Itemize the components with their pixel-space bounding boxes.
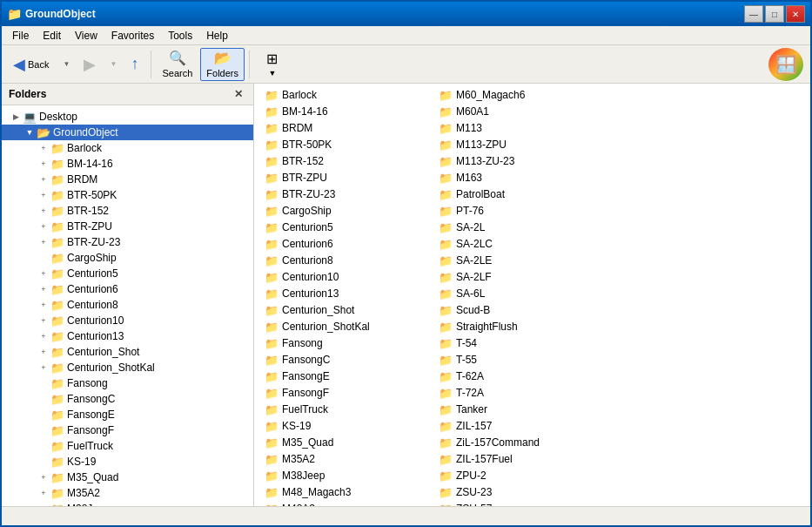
list-item[interactable]: 📁Fansong: [261, 335, 435, 351]
list-item[interactable]: 📁Centurion10: [261, 269, 435, 285]
list-item[interactable]: 📁Tanker: [435, 402, 609, 417]
list-item[interactable]: 📁KS-19: [261, 418, 435, 434]
list-item[interactable]: 📁M113: [435, 120, 609, 136]
list-item[interactable]: 📁BTR-ZPU: [261, 170, 435, 186]
folders-button[interactable]: 📂 Folders: [200, 48, 245, 81]
tree-item-centurion6[interactable]: + 📁 Centurion6: [2, 281, 253, 297]
list-item[interactable]: 📁ZiL-157Command: [435, 435, 609, 450]
tree-item-centurion-shotkal[interactable]: + 📁 Centurion_ShotKal: [2, 360, 253, 375]
tree-item-btrzpu[interactable]: + 📁 BTR-ZPU: [2, 219, 253, 234]
tree-item-m35quad[interactable]: + 📁 M35_Quad: [2, 470, 253, 485]
tree-item-btr50pk[interactable]: + 📁 BTR-50PK: [2, 187, 253, 203]
list-item[interactable]: 📁FansongC: [261, 352, 435, 368]
folders-close-button[interactable]: ✕: [231, 87, 246, 101]
list-item[interactable]: 📁M113-ZU-23: [435, 153, 609, 169]
menu-favorites[interactable]: Favorites: [104, 28, 161, 44]
list-item[interactable]: 📁BTR-50PK: [261, 137, 435, 152]
maximize-button[interactable]: □: [765, 5, 784, 23]
tree-item-barlock[interactable]: + 📁 Barlock: [2, 140, 253, 156]
back-button[interactable]: ◀ Back: [5, 48, 57, 81]
list-item[interactable]: 📁CargoShip: [261, 203, 435, 219]
folder-icon: 📁: [439, 403, 453, 416]
list-item[interactable]: 📁BTR-152: [261, 153, 435, 169]
menu-view[interactable]: View: [68, 28, 104, 44]
list-item[interactable]: 📁ZPU-2: [435, 468, 609, 483]
list-item[interactable]: 📁FansongF: [261, 385, 435, 401]
list-item[interactable]: 📁M163: [435, 170, 609, 186]
expand-icon: +: [37, 298, 50, 312]
folder-icon: 📁: [439, 155, 453, 167]
menu-tools[interactable]: Tools: [161, 28, 199, 44]
expand-icon: +: [37, 220, 50, 233]
tree-item-groundobject[interactable]: ▼ 📂 GroundObject: [2, 125, 253, 140]
list-item[interactable]: 📁Centurion6: [261, 236, 435, 252]
tree-item-ks19[interactable]: 📁 KS-19: [2, 454, 253, 470]
tree-item-centurion8[interactable]: + 📁 Centurion8: [2, 297, 253, 313]
list-item[interactable]: 📁StraightFlush: [435, 319, 609, 334]
forward-dropdown[interactable]: ▼: [105, 48, 121, 81]
tree-item-btr152[interactable]: + 📁 BTR-152: [2, 203, 253, 219]
list-item[interactable]: 📁FansongE: [261, 368, 435, 384]
tree-item-cargoship[interactable]: 📁 CargoShip: [2, 250, 253, 266]
list-item[interactable]: 📁T-54: [435, 335, 609, 351]
close-button[interactable]: ✕: [786, 5, 805, 23]
list-item[interactable]: 📁T-72A: [435, 385, 609, 401]
list-item[interactable]: 📁Centurion5: [261, 220, 435, 235]
search-button[interactable]: 🔍 Search: [156, 48, 198, 81]
list-item[interactable]: 📁ZIL-157: [435, 418, 609, 434]
menu-edit[interactable]: Edit: [36, 28, 68, 44]
list-item[interactable]: 📁PT-76: [435, 203, 609, 219]
list-item[interactable]: 📁BRDM: [261, 120, 435, 136]
list-item[interactable]: 📁Scud-B: [435, 302, 609, 318]
list-item[interactable]: 📁ZSU-23: [435, 484, 609, 500]
list-item[interactable]: 📁Centurion_ShotKal: [261, 319, 435, 334]
tree-item-centurion13[interactable]: + 📁 Centurion13: [2, 328, 253, 344]
list-item[interactable]: 📁BM-14-16: [261, 104, 435, 119]
list-item[interactable]: 📁M38Jeep: [261, 468, 435, 483]
list-item[interactable]: 📁M35_Quad: [261, 435, 435, 450]
list-item[interactable]: 📁SA-2L: [435, 220, 609, 235]
list-item[interactable]: 📁Centurion_Shot: [261, 302, 435, 318]
tree-item-brdm[interactable]: + 📁 BRDM: [2, 172, 253, 187]
list-item[interactable]: 📁M60A1: [435, 104, 609, 119]
tree-item-fueltruck[interactable]: 📁 FuelTruck: [2, 438, 253, 454]
list-item[interactable]: 📁BTR-ZU-23: [261, 186, 435, 202]
tree-item-btrzu23[interactable]: + 📁 BTR-ZU-23: [2, 234, 253, 250]
tree-container[interactable]: ▶ 💻 Desktop ▼ 📂 GroundObject + 📁 Barlock: [2, 105, 253, 506]
forward-button[interactable]: ▶: [76, 48, 104, 81]
list-item[interactable]: 📁SA-2LE: [435, 253, 609, 268]
list-item[interactable]: 📁SA-2LF: [435, 269, 609, 285]
list-item[interactable]: 📁M35A2: [261, 451, 435, 467]
files-panel[interactable]: 📁Barlock📁M60_Magach6📁BM-14-16📁M60A1📁BRDM…: [254, 84, 810, 506]
minimize-button[interactable]: —: [744, 5, 763, 23]
tree-item-centurion5[interactable]: + 📁 Centurion5: [2, 266, 253, 281]
tree-item-bm1416[interactable]: + 📁 BM-14-16: [2, 156, 253, 172]
tree-item-m35a2[interactable]: + 📁 M35A2: [2, 485, 253, 501]
list-item[interactable]: 📁T-55: [435, 352, 609, 368]
tree-item-centurion10[interactable]: + 📁 Centurion10: [2, 313, 253, 328]
views-button[interactable]: ⊞ ▼: [254, 48, 289, 81]
list-item[interactable]: 📁FuelTruck: [261, 402, 435, 417]
tree-item-fansong[interactable]: 📁 Fansong: [2, 375, 253, 391]
menu-help[interactable]: Help: [199, 28, 235, 44]
list-item[interactable]: 📁M48_Magach3: [261, 484, 435, 500]
menu-file[interactable]: File: [5, 28, 36, 44]
up-button[interactable]: ↑: [123, 48, 146, 81]
list-item[interactable]: 📁T-62A: [435, 368, 609, 384]
list-item[interactable]: 📁SA-6L: [435, 286, 609, 301]
list-item[interactable]: 📁Barlock: [261, 87, 435, 103]
list-item[interactable]: 📁PatrolBoat: [435, 186, 609, 202]
list-item[interactable]: 📁Centurion8: [261, 253, 435, 268]
list-item[interactable]: 📁M113-ZPU: [435, 137, 609, 152]
tree-item-drives[interactable]: ▶ 💻 Desktop: [2, 109, 253, 125]
folders-icon: 📂: [214, 50, 232, 66]
list-item[interactable]: 📁SA-2LC: [435, 236, 609, 252]
list-item[interactable]: 📁M60_Magach6: [435, 87, 609, 103]
tree-item-fansongf[interactable]: 📁 FansongF: [2, 422, 253, 438]
tree-item-fansongc[interactable]: 📁 FansongC: [2, 391, 253, 407]
tree-item-centurion-shot[interactable]: + 📁 Centurion_Shot: [2, 344, 253, 360]
tree-item-fansonge[interactable]: 📁 FansongE: [2, 407, 253, 422]
back-dropdown[interactable]: ▼: [58, 48, 74, 81]
list-item[interactable]: 📁ZIL-157Fuel: [435, 451, 609, 467]
list-item[interactable]: 📁Centurion13: [261, 286, 435, 301]
